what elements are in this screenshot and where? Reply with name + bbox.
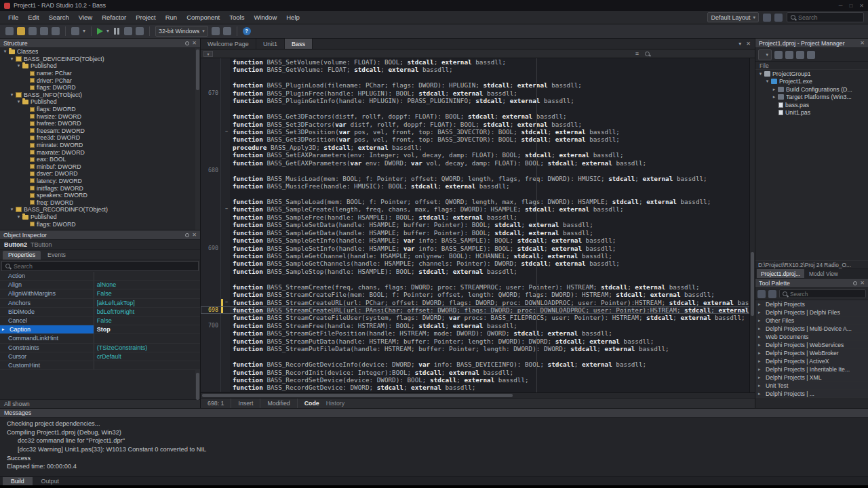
scrollbar-thumb[interactable] xyxy=(202,394,513,397)
code-line[interactable]: function BASS_StreamGetFilePosition(hand… xyxy=(201,329,755,337)
palette-collapse-icon[interactable] xyxy=(768,290,776,298)
structure-item[interactable]: ▾BASS_DEVICEINFO(TObject) xyxy=(0,56,200,63)
code-line[interactable]: function BASS_StreamCreate(freq, chans, … xyxy=(201,283,755,291)
tab-list-dropdown-icon[interactable]: ▾ xyxy=(738,41,741,47)
structure-item[interactable]: minrate: DWORD xyxy=(0,142,200,149)
property-row-cancel[interactable]: CancelFalse xyxy=(0,317,200,325)
global-search[interactable] xyxy=(787,12,864,22)
menu-window[interactable]: Window xyxy=(250,12,281,22)
minimize-icon[interactable]: ─ xyxy=(839,3,843,9)
palette-category[interactable]: ▸Web Documents xyxy=(755,333,868,341)
property-value[interactable]: [akLeft,akTop] xyxy=(94,300,200,306)
code-line[interactable]: function BASS_Get3DPosition(var pos, vel… xyxy=(201,136,755,143)
project-options-icon[interactable] xyxy=(212,27,220,35)
inspector-search[interactable] xyxy=(1,261,199,271)
close-icon[interactable]: ✕ xyxy=(859,3,864,9)
code-line[interactable]: 700function BASS_StreamFree(handle: HSTR… xyxy=(201,322,755,329)
close-icon[interactable]: ✕ xyxy=(860,41,865,46)
project-item[interactable]: ▸Target Platforms (Win3... xyxy=(755,94,868,102)
editor-tab-unit1[interactable]: Unit1 xyxy=(256,39,285,49)
folder-open-icon[interactable] xyxy=(17,27,25,35)
menu-project[interactable]: Project xyxy=(132,12,160,22)
structure-item[interactable]: flags: DWORD xyxy=(0,220,200,228)
tab-history[interactable]: History xyxy=(326,400,344,407)
pin-icon[interactable] xyxy=(185,233,189,237)
close-icon[interactable]: ✕ xyxy=(860,281,865,286)
expand-icon[interactable]: ▸ xyxy=(758,310,764,315)
run-options-caret-icon[interactable]: ▾ xyxy=(106,27,109,35)
collapse-icon[interactable]: ▾ xyxy=(9,92,15,98)
expand-icon[interactable]: ▸ xyxy=(758,375,764,380)
pin-icon[interactable] xyxy=(185,41,189,45)
pm-sort-icon[interactable] xyxy=(796,51,804,59)
property-row-bidimode[interactable]: BiDiModebdLeftToRight xyxy=(0,308,200,317)
collapse-icon[interactable]: ▾ xyxy=(16,98,22,105)
code-line[interactable]: function BASS_RecordSetDevice(device: DW… xyxy=(201,376,755,384)
property-name[interactable]: Anchors xyxy=(0,299,94,307)
code-line[interactable] xyxy=(201,105,755,113)
expand-icon[interactable]: ▸ xyxy=(758,391,764,396)
menu-help[interactable]: Help xyxy=(282,12,304,22)
inspector-scrollbar[interactable] xyxy=(195,370,200,399)
tab-build[interactable]: Build xyxy=(3,477,33,485)
property-row-commandlinkhint[interactable]: CommandLinkHint xyxy=(0,334,200,343)
delete-layout-icon[interactable] xyxy=(774,14,783,22)
structure-item[interactable]: minbuf: DWORD xyxy=(0,163,200,171)
expand-icon[interactable]: ▸ xyxy=(758,334,764,340)
code-line[interactable]: function BASS_Set3DFactors(var distf, ro… xyxy=(201,121,755,128)
expand-icon[interactable]: ▸ xyxy=(758,359,764,364)
message-line[interactable]: [dcc32 Warning] Unit1.pas(33): W1013 Con… xyxy=(0,445,868,454)
code-navigation-dropdown-icon[interactable]: ▾ xyxy=(203,51,213,57)
collapse-icon[interactable]: ▾ xyxy=(16,214,22,220)
pm-collapse-icon[interactable] xyxy=(807,51,815,59)
code-line[interactable]: 690function BASS_SampleSetInfo(handle: H… xyxy=(201,245,755,252)
code-area[interactable]: function BASS_SetVolume(volume: FLOAT): … xyxy=(201,58,755,392)
code-line[interactable]: function BASS_Get3DFactors(distf, rollf,… xyxy=(201,113,755,120)
expand-icon[interactable]: ▸ xyxy=(758,367,764,372)
close-icon[interactable]: ✕ xyxy=(192,232,197,238)
code-line[interactable]: function BASS_GetEAXParameters(var env: … xyxy=(201,159,755,167)
message-line[interactable]: Checking project dependencies... xyxy=(0,420,868,428)
maximize-icon[interactable]: □ xyxy=(849,3,852,9)
property-name[interactable]: AlignWithMargins xyxy=(0,289,94,298)
structure-item[interactable]: driver: PChar xyxy=(0,77,200,84)
property-name[interactable]: BiDiMode xyxy=(0,308,94,316)
menu-view[interactable]: View xyxy=(75,12,96,22)
fold-collapse-icon[interactable]: − xyxy=(223,128,230,136)
palette-category[interactable]: ▸Unit Test xyxy=(755,382,868,390)
property-row-customhint[interactable]: CustomHint xyxy=(0,361,200,370)
editor-scrollbar[interactable] xyxy=(749,58,755,392)
palette-category[interactable]: ▸Delphi Projects | XML xyxy=(755,373,868,382)
collapse-icon[interactable]: ▾ xyxy=(16,62,22,69)
expand-icon[interactable]: ▸ xyxy=(758,326,764,331)
property-value[interactable]: alNone xyxy=(94,281,200,288)
run-icon[interactable] xyxy=(97,28,103,35)
property-row-anchors[interactable]: Anchors[akLeft,akTop] xyxy=(0,299,200,308)
property-name[interactable]: Align xyxy=(0,281,94,289)
code-line[interactable] xyxy=(201,275,755,283)
menu-search[interactable]: Search xyxy=(45,12,73,22)
code-line[interactable]: function BASS_MusicFree(handle: HMUSIC):… xyxy=(201,182,755,190)
palette-search[interactable] xyxy=(779,289,866,298)
collapse-icon[interactable]: ▾ xyxy=(9,206,15,213)
palette-category[interactable]: ▸Delphi Projects | ActiveX xyxy=(755,357,868,365)
property-row-action[interactable]: Action xyxy=(0,272,200,281)
code-line[interactable]: function BASS_SampleGetInfo(handle: HSAM… xyxy=(201,237,755,244)
structure-item[interactable]: ▾Classes xyxy=(0,48,200,56)
tab-output[interactable]: Output xyxy=(33,477,67,485)
collapse-icon[interactable]: ▾ xyxy=(9,56,15,62)
structure-item[interactable]: initflags: DWORD xyxy=(0,184,200,192)
code-line[interactable]: −function BASS_StreamCreateURL(url: PCha… xyxy=(201,299,755,306)
property-value[interactable]: Stop xyxy=(94,326,200,333)
code-line[interactable]: −function BASS_SampleCreate(length, freq… xyxy=(201,205,755,213)
project-item[interactable]: ▸Build Configurations (D... xyxy=(755,85,868,94)
scrollbar-thumb[interactable] xyxy=(751,252,754,316)
structure-item[interactable]: speakers: DWORD xyxy=(0,192,200,199)
tab-model-view[interactable]: Model View xyxy=(805,269,842,278)
structure-item[interactable]: dsver: DWORD xyxy=(0,170,200,178)
code-line[interactable]: 670function BASS_PluginFree(handle: HPLU… xyxy=(201,89,755,97)
code-line[interactable]: 698function BASS_StreamCreateURL(url: PA… xyxy=(201,306,755,314)
property-value[interactable]: False xyxy=(94,317,200,324)
structure-item[interactable]: name: PChar xyxy=(0,70,200,77)
property-name[interactable]: ▸Caption xyxy=(0,325,94,333)
